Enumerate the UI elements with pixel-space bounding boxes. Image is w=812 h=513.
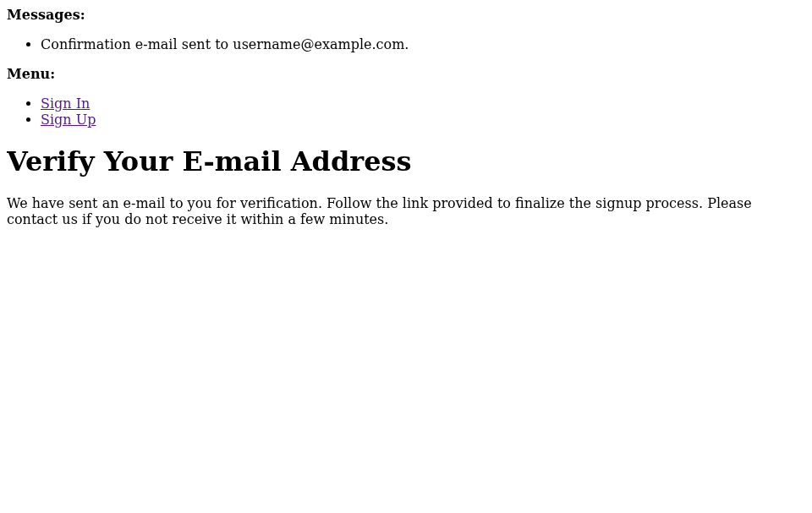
menu-item-signin: Sign In [41,96,805,112]
menu-list: Sign In Sign Up [7,96,805,128]
menu-label: Menu: [7,66,55,82]
messages-list: Confirmation e-mail sent to username@exa… [7,36,805,52]
signin-link[interactable]: Sign In [41,96,90,112]
verification-instructions: We have sent an e-mail to you for verifi… [7,195,805,227]
page-heading: Verify Your E-mail Address [7,145,805,177]
signup-link[interactable]: Sign Up [41,112,96,128]
message-item: Confirmation e-mail sent to username@exa… [41,36,805,52]
messages-label: Messages: [7,7,85,23]
menu-item-signup: Sign Up [41,112,805,128]
